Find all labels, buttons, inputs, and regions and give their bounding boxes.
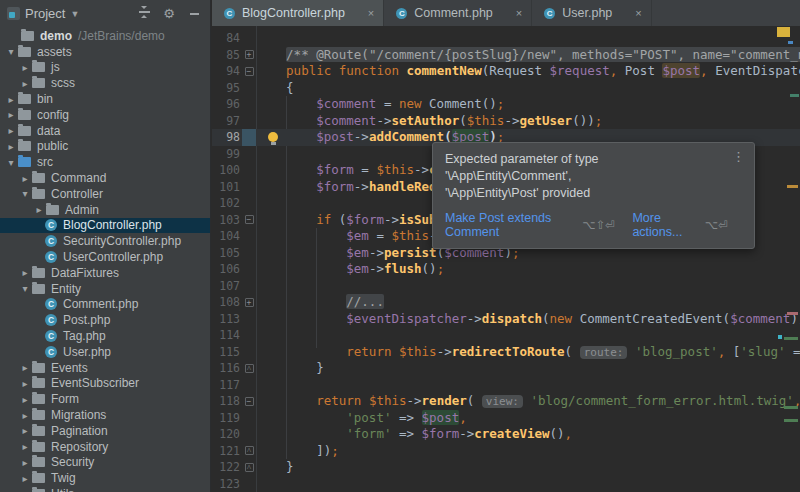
line-number[interactable]: 107 bbox=[212, 278, 242, 295]
code-line-84[interactable]: 84 bbox=[212, 30, 800, 47]
line-number[interactable]: 108 bbox=[212, 294, 242, 311]
chevron-right-icon[interactable]: ▸ bbox=[5, 109, 17, 120]
code-line-97[interactable]: 97$comment->setAuthor($this->getUser()); bbox=[212, 113, 800, 130]
tree-item-securitycontroller-php[interactable]: SecurityController.php bbox=[0, 233, 210, 249]
tree-item-assets[interactable]: ▾assets bbox=[0, 44, 210, 60]
tree-item-comment-php[interactable]: Comment.php bbox=[0, 297, 210, 313]
tree-item-tag-php[interactable]: Tag.php bbox=[0, 328, 210, 344]
chevron-right-icon[interactable]: ▸ bbox=[19, 394, 31, 405]
fold-marker-icon[interactable]: − bbox=[245, 67, 254, 76]
chevron-down-icon[interactable]: ▾ bbox=[5, 46, 17, 57]
tree-item-repository[interactable]: ▸Repository bbox=[0, 439, 210, 455]
fold-marker-icon[interactable]: − bbox=[245, 215, 254, 224]
kebab-menu-icon[interactable]: ⋮ bbox=[732, 149, 745, 164]
close-icon[interactable]: × bbox=[635, 7, 641, 19]
tree-item-twig[interactable]: ▸Twig bbox=[0, 470, 210, 486]
code-line-123[interactable]: 123 bbox=[212, 476, 800, 492]
collapse-all-icon[interactable] bbox=[134, 6, 154, 21]
code-line-120[interactable]: 120'form' => $form->createView(), bbox=[212, 426, 800, 443]
tree-item-blogcontroller-php[interactable]: BlogController.php bbox=[0, 218, 210, 234]
line-number[interactable]: 118 bbox=[212, 393, 242, 410]
quickfix-link[interactable]: Make Post extends Comment bbox=[445, 211, 574, 239]
fold-marker-icon[interactable]: ˄ bbox=[245, 446, 254, 455]
tree-item-command[interactable]: ▸Command bbox=[0, 170, 210, 186]
tree-item-entity[interactable]: ▾Entity bbox=[0, 281, 210, 297]
code-line-117[interactable]: 117 bbox=[212, 377, 800, 394]
line-number[interactable]: 97 bbox=[212, 113, 242, 130]
error-stripe-mark-usage[interactable] bbox=[790, 94, 799, 97]
code-line-119[interactable]: 119'post' => $post, bbox=[212, 410, 800, 427]
close-icon[interactable]: × bbox=[516, 7, 522, 19]
tree-item-form[interactable]: ▸Form bbox=[0, 391, 210, 407]
line-number[interactable]: 100 bbox=[212, 162, 242, 179]
chevron-right-icon[interactable]: ▸ bbox=[5, 141, 17, 152]
tab-blogcontroller-php[interactable]: BlogController.php× bbox=[212, 0, 384, 26]
chevron-right-icon[interactable]: ▸ bbox=[5, 125, 17, 136]
chevron-down-icon[interactable]: ▾ bbox=[5, 157, 17, 168]
error-stripe-mark-usage[interactable] bbox=[784, 337, 798, 340]
code-line-122[interactable]: 122˄} bbox=[212, 459, 800, 476]
tree-item-utils[interactable]: ▸Utils bbox=[0, 486, 210, 492]
code-line-116[interactable]: 116˄} bbox=[212, 360, 800, 377]
line-number[interactable]: 123 bbox=[212, 476, 242, 492]
chevron-right-icon[interactable]: ▸ bbox=[19, 441, 31, 452]
line-number[interactable]: 115 bbox=[212, 344, 242, 361]
fold-marker-icon[interactable]: + bbox=[245, 50, 254, 59]
tree-item-scss[interactable]: ▸scss bbox=[0, 75, 210, 91]
chevron-right-icon[interactable]: ▸ bbox=[19, 78, 31, 89]
error-stripe-mark-warning[interactable] bbox=[787, 312, 798, 315]
gear-icon[interactable]: ⚙ bbox=[159, 6, 179, 21]
tree-item-post-php[interactable]: Post.php bbox=[0, 312, 210, 328]
code-line-106[interactable]: 106$em->flush(); bbox=[212, 261, 800, 278]
code-line-118[interactable]: 118−return $this->render( view: 'blog/co… bbox=[212, 393, 800, 410]
error-stripe-mark-usage[interactable] bbox=[784, 406, 798, 409]
line-number[interactable]: 101 bbox=[212, 179, 242, 196]
code-line-113[interactable]: 113$eventDispatcher->dispatch(new Commen… bbox=[212, 311, 800, 328]
more-actions-link[interactable]: More actions... bbox=[632, 211, 697, 239]
code-line-85[interactable]: 85+/** @Route("/comment/{postSlug}/new",… bbox=[212, 47, 800, 64]
tree-item-src[interactable]: ▾src bbox=[0, 154, 210, 170]
chevron-right-icon[interactable]: ▸ bbox=[5, 94, 17, 105]
error-stripe-mark-inspections-status[interactable] bbox=[777, 27, 790, 37]
chevron-down-icon[interactable]: ▾ bbox=[19, 188, 31, 199]
line-number[interactable]: 99 bbox=[212, 146, 242, 163]
code-line-94[interactable]: 94−public function commentNew(Request $r… bbox=[212, 63, 800, 80]
line-number[interactable]: 96 bbox=[212, 96, 242, 113]
tree-item-datafixtures[interactable]: ▸DataFixtures bbox=[0, 265, 210, 281]
tree-item-events[interactable]: ▸Events bbox=[0, 360, 210, 376]
error-stripe-mark-warning[interactable] bbox=[787, 185, 798, 188]
tree-item-user-php[interactable]: User.php bbox=[0, 344, 210, 360]
line-number[interactable]: 116 bbox=[212, 360, 242, 377]
tree-item-security[interactable]: ▸Security bbox=[0, 455, 210, 471]
tree-item-migrations[interactable]: ▸Migrations bbox=[0, 407, 210, 423]
tree-item-bin[interactable]: ▸bin bbox=[0, 91, 210, 107]
code-line-108[interactable]: 108+//... bbox=[212, 294, 800, 311]
code-line-96[interactable]: 96$comment = new Comment(); bbox=[212, 96, 800, 113]
tree-item-usercontroller-php[interactable]: UserController.php bbox=[0, 249, 210, 265]
project-panel-title[interactable]: Project bbox=[25, 6, 65, 21]
line-number[interactable]: 94 bbox=[212, 63, 242, 80]
line-number[interactable]: 119 bbox=[212, 410, 242, 427]
line-number[interactable]: 114 bbox=[212, 327, 242, 344]
chevron-right-icon[interactable]: ▸ bbox=[19, 362, 31, 373]
tree-item-admin[interactable]: ▸Admin bbox=[0, 202, 210, 218]
chevron-down-icon[interactable]: ▼ bbox=[70, 9, 79, 19]
code-line-95[interactable]: 95{ bbox=[212, 80, 800, 97]
code-line-121[interactable]: 121˄]); bbox=[212, 443, 800, 460]
tree-item-controller[interactable]: ▾Controller bbox=[0, 186, 210, 202]
chevron-right-icon[interactable]: ▸ bbox=[19, 457, 31, 468]
line-number[interactable]: 113 bbox=[212, 311, 242, 328]
code-editor[interactable]: 8485+/** @Route("/comment/{postSlug}/new… bbox=[212, 26, 800, 492]
fold-marker-icon[interactable]: − bbox=[245, 397, 254, 406]
error-stripe-mark-usage[interactable] bbox=[784, 419, 798, 422]
chevron-right-icon[interactable]: ▸ bbox=[19, 473, 31, 484]
line-number[interactable]: 106 bbox=[212, 261, 242, 278]
fold-marker-icon[interactable]: ˄ bbox=[245, 463, 254, 472]
hide-panel-icon[interactable] bbox=[184, 6, 204, 21]
error-stripe-mark-info[interactable] bbox=[788, 41, 793, 44]
chevron-right-icon[interactable]: ▸ bbox=[19, 410, 31, 421]
code-line-107[interactable]: 107 bbox=[212, 278, 800, 295]
chevron-down-icon[interactable]: ▾ bbox=[19, 283, 31, 294]
chevron-right-icon[interactable]: ▸ bbox=[19, 62, 31, 73]
tree-item-js[interactable]: ▸js bbox=[0, 60, 210, 76]
